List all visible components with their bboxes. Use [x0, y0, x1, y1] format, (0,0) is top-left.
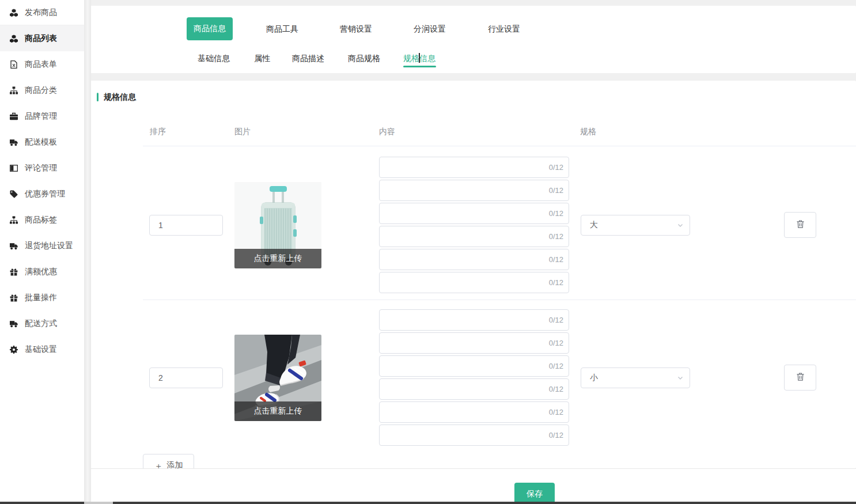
content-field[interactable] — [380, 249, 549, 270]
content-field[interactable] — [380, 402, 549, 422]
sidebar-item-comment-management[interactable]: 评论管理 — [0, 155, 84, 181]
subtab-basic-info[interactable]: 基础信息 — [198, 54, 230, 64]
sitemap-icon — [9, 86, 18, 94]
delete-row1-button[interactable] — [784, 212, 816, 238]
selected-spec: 小 — [581, 373, 677, 383]
file-excel-icon — [9, 60, 18, 69]
sidebar-item-label: 优惠券管理 — [25, 189, 65, 199]
content-field[interactable] — [380, 272, 549, 293]
char-counter: 0/12 — [549, 362, 569, 370]
column-header-image: 图片 — [234, 127, 251, 137]
char-counter: 0/12 — [549, 209, 569, 218]
content-input-row1-3[interactable]: 0/12 — [379, 203, 569, 224]
sidebar-item-return-address-settings[interactable]: 退货地址设置 — [0, 233, 84, 259]
sidebar-item-basic-settings[interactable]: 基础设置 — [0, 336, 84, 362]
content-field[interactable] — [380, 203, 549, 223]
briefcase-icon — [9, 112, 18, 120]
content-input-row2-3[interactable]: 0/12 — [379, 355, 569, 377]
tab-label: 商品信息 — [194, 24, 226, 34]
content-field[interactable] — [380, 333, 549, 353]
tabs-card: 商品信息 商品工具 营销设置 分润设置 行业设置 基础信息 属性 商品描述 商品… — [90, 6, 856, 73]
sidebar-item-product-tags[interactable]: 商品标签 — [0, 207, 84, 233]
sidebar-item-full-amount-discount[interactable]: 满额优惠 — [0, 259, 84, 285]
tab-product-info[interactable]: 商品信息 — [187, 17, 233, 40]
content-input-row1-6[interactable]: 0/12 — [379, 272, 569, 293]
row-divider — [143, 300, 856, 300]
char-counter: 0/12 — [549, 431, 569, 439]
sidebar-item-batch-operations[interactable]: 批量操作 — [0, 285, 84, 310]
text-cursor — [419, 53, 420, 63]
section-title: 规格信息 — [104, 92, 136, 103]
gift-icon — [9, 294, 18, 302]
content-field[interactable] — [380, 379, 549, 399]
sort-field[interactable] — [150, 368, 222, 388]
sidebar-item-publish-product[interactable]: 发布商品 — [0, 0, 84, 25]
sidebar-item-product-list[interactable]: 商品列表 — [0, 25, 84, 51]
sidebar-item-brand-management[interactable]: 品牌管理 — [0, 103, 84, 129]
content-field[interactable] — [380, 425, 549, 445]
sidebar-item-label: 商品分类 — [25, 85, 57, 96]
content-input-row1-1[interactable]: 0/12 — [379, 157, 569, 178]
cubes-icon — [9, 9, 18, 17]
subtab-product-spec[interactable]: 商品规格 — [348, 54, 380, 64]
content-input-row1-2[interactable]: 0/12 — [379, 180, 569, 201]
sidebar-item-label: 基础设置 — [25, 344, 57, 355]
column-header-content: 内容 — [379, 127, 395, 137]
sort-field[interactable] — [150, 215, 222, 235]
sidebar-item-label: 配送模板 — [25, 137, 57, 147]
sidebar-item-label: 评论管理 — [25, 163, 57, 173]
columns-icon — [9, 164, 18, 172]
content-input-row2-2[interactable]: 0/12 — [379, 332, 569, 354]
sidebar-item-delivery-template[interactable]: 配送模板 — [0, 129, 84, 155]
tab-profit-settings[interactable]: 分润设置 — [414, 24, 446, 35]
sidebar-scrollbar[interactable] — [84, 0, 91, 502]
char-counter: 0/12 — [549, 278, 569, 287]
spec-image-upload-row1[interactable]: 点击重新上传 — [234, 182, 321, 268]
save-button[interactable]: 保存 — [514, 483, 555, 504]
sort-input-row1[interactable] — [149, 215, 223, 236]
spec-select-row2[interactable]: 小 — [581, 367, 690, 388]
subtab-product-description[interactable]: 商品描述 — [292, 54, 324, 64]
trash-icon — [796, 219, 805, 231]
content-input-row2-6[interactable]: 0/12 — [379, 425, 569, 446]
sidebar-item-product-form[interactable]: 商品表单 — [0, 51, 84, 77]
sort-input-row2[interactable] — [149, 367, 223, 388]
trash-icon — [796, 372, 805, 384]
tab-marketing-settings[interactable]: 营销设置 — [340, 24, 372, 35]
spec-image-upload-row2[interactable]: 点击重新上传 — [234, 335, 321, 421]
gear-icon — [9, 346, 18, 354]
truck-icon — [9, 138, 18, 146]
spec-select-row1[interactable]: 大 — [581, 215, 690, 236]
content-input-row2-4[interactable]: 0/12 — [379, 378, 569, 400]
subtab-attributes[interactable]: 属性 — [254, 54, 270, 64]
horizontal-scrollbar[interactable] — [0, 502, 856, 504]
delete-row2-button[interactable] — [784, 365, 816, 391]
sidebar-item-label: 商品列表 — [25, 33, 57, 44]
content-input-row2-1[interactable]: 0/12 — [379, 309, 569, 331]
content-field[interactable] — [380, 310, 549, 330]
sidebar-item-product-category[interactable]: 商品分类 — [0, 77, 84, 103]
table-header-divider — [143, 146, 856, 146]
content-input-row1-5[interactable]: 0/12 — [379, 249, 569, 270]
column-header-spec: 规格 — [580, 127, 596, 137]
content-input-row1-4[interactable]: 0/12 — [379, 226, 569, 247]
horizontal-scrollbar-thumb[interactable] — [84, 502, 113, 504]
section-accent-bar — [97, 93, 99, 101]
reupload-overlay: 点击重新上传 — [234, 249, 321, 268]
char-counter: 0/12 — [549, 232, 569, 241]
sidebar-item-label: 发布商品 — [25, 7, 57, 18]
tag-icon — [9, 190, 18, 198]
char-counter: 0/12 — [549, 339, 569, 347]
sidebar-item-delivery-method[interactable]: 配送方式 — [0, 310, 84, 336]
content-field[interactable] — [380, 180, 549, 200]
content-input-row2-5[interactable]: 0/12 — [379, 401, 569, 423]
content-field[interactable] — [380, 226, 549, 247]
tab-industry-settings[interactable]: 行业设置 — [488, 24, 520, 35]
content-field[interactable] — [380, 356, 549, 376]
sidebar-item-label: 退货地址设置 — [25, 241, 73, 251]
sidebar-item-coupon-management[interactable]: 优惠券管理 — [0, 181, 84, 207]
content-field[interactable] — [380, 157, 549, 177]
sitemap-icon — [9, 216, 18, 224]
tab-product-tools[interactable]: 商品工具 — [266, 24, 298, 35]
cubes-icon — [9, 35, 18, 43]
